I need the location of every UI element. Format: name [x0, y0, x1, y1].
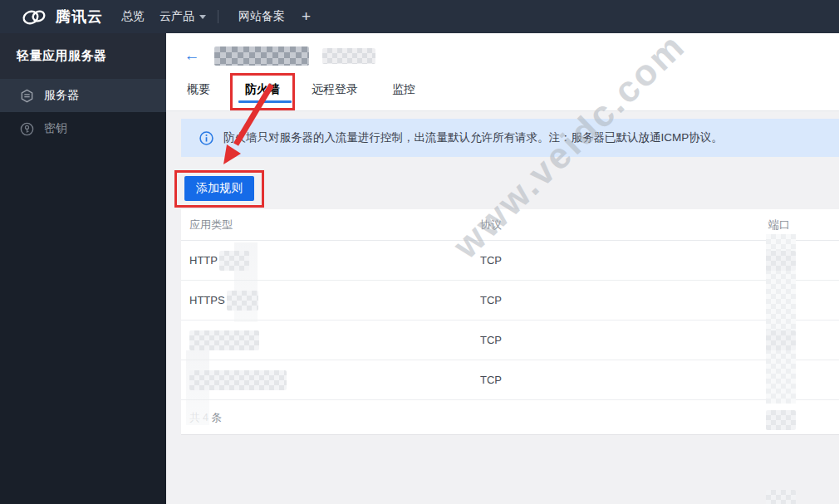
col-header-protocol: 协议: [480, 218, 768, 232]
sidebar: 轻量应用服务器 服务器 密钥: [0, 33, 166, 504]
tab-summary[interactable]: 概要: [187, 82, 210, 100]
active-tab-underline: [238, 100, 292, 103]
brand-name: 腾讯云: [56, 7, 103, 27]
banner-text: 防火墙只对服务器的入流量进行控制，出流量默认允许所有请求。注：服务器已默认放通I…: [223, 130, 723, 145]
col-header-port: 端口: [768, 218, 839, 232]
nav-item-icp-filing[interactable]: 网站备案: [238, 0, 285, 33]
redacted-app-type: [189, 370, 287, 390]
sidebar-item-label: 服务器: [44, 88, 79, 103]
cloud-logo-icon: [20, 7, 48, 27]
tab-remote-login[interactable]: 远程登录: [312, 82, 358, 100]
table-header-row: 应用类型 协议 端口: [181, 209, 839, 241]
info-icon: [199, 131, 213, 145]
table-footer-count: 共 4 条: [181, 400, 839, 435]
redacted-port: [766, 330, 796, 350]
nav-separator: [218, 10, 218, 23]
table-row: HTTP TCP: [181, 241, 839, 281]
redacted-text: [227, 291, 258, 311]
redacted-server-name: [214, 46, 309, 66]
redacted-text: [219, 251, 249, 271]
nav-add-tab-button[interactable]: +: [302, 0, 311, 33]
sidebar-item-servers[interactable]: 服务器: [0, 79, 166, 112]
top-navbar: 腾讯云 总览 云产品 网站备案 +: [0, 0, 839, 33]
cell-protocol: TCP: [480, 334, 768, 346]
nav-item-cloud-products[interactable]: 云产品: [159, 0, 206, 33]
add-rule-button[interactable]: 添加规则: [184, 176, 254, 201]
server-icon: [20, 89, 34, 103]
key-icon: [20, 122, 34, 136]
redacted-port: [766, 490, 796, 504]
back-arrow-icon[interactable]: ←: [183, 46, 201, 65]
sidebar-item-keys[interactable]: 密钥: [0, 112, 166, 145]
redacted-server-status: [322, 48, 375, 64]
table-row: HTTPS TCP: [181, 281, 839, 321]
redacted-port: [766, 251, 796, 271]
firewall-rules-table: 应用类型 协议 端口 HTTP TCP HTTPS TCP TCP TCP: [181, 209, 839, 435]
cell-app-type: HTTP: [189, 254, 218, 267]
redacted-port: [766, 410, 796, 430]
cell-app-type: HTTPS: [189, 294, 225, 306]
cell-protocol: TCP: [480, 294, 768, 306]
cell-protocol: TCP: [480, 254, 768, 267]
redacted-app-type: [189, 330, 259, 350]
tencent-cloud-logo[interactable]: 腾讯云: [20, 0, 103, 33]
table-row: TCP: [181, 360, 839, 400]
col-header-app-type: 应用类型: [189, 218, 480, 232]
tab-monitoring[interactable]: 监控: [392, 82, 415, 100]
firewall-info-banner: 防火墙只对服务器的入流量进行控制，出流量默认允许所有请求。注：服务器已默认放通I…: [181, 119, 839, 157]
sidebar-item-label: 密钥: [44, 121, 67, 136]
sidebar-title: 轻量应用服务器: [0, 33, 166, 79]
chevron-down-icon: [199, 15, 206, 19]
table-row: TCP: [181, 321, 839, 360]
nav-item-overview[interactable]: 总览: [121, 0, 145, 33]
tab-firewall[interactable]: 防火墙: [245, 82, 280, 100]
cell-protocol: TCP: [480, 374, 768, 386]
